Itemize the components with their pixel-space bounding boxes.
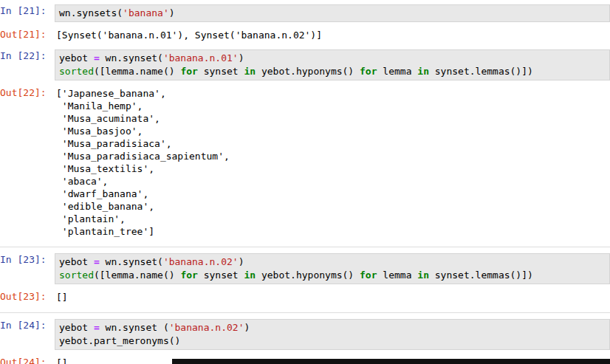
output-prompt: Out[24]: (0, 356, 55, 364)
code-token: = (94, 256, 100, 267)
code-input-editor[interactable]: yebot = wn.synset('banana.n.02')sorted([… (55, 253, 610, 284)
code-token: wn.synset( (100, 256, 163, 267)
code-token: synset (198, 269, 244, 281)
code-line[interactable]: sorted([lemma.name() for synset in yebot… (59, 269, 606, 282)
input-row: In [22]:yebot = wn.synset('banana.n.01')… (0, 49, 610, 80)
code-token: = (94, 322, 100, 333)
code-token: yebot (59, 52, 94, 63)
output-row: Out[21]:[Synset('banana.n.01'), Synset('… (0, 28, 610, 41)
notebook: In [21]:wn.synsets('banana')Out[21]:[Syn… (0, 0, 610, 364)
output-text: [] (55, 290, 610, 303)
horizontal-scrollbar-thumb[interactable] (172, 359, 610, 364)
code-cell-22: In [22]:yebot = wn.synset('banana.n.01')… (0, 48, 610, 244)
code-line[interactable]: wn.synsets('banana') (59, 7, 606, 20)
code-line[interactable]: yebot = wn.synset ('banana.n.02') (59, 321, 606, 334)
code-token: 'banana.n.02' (163, 256, 239, 267)
output-text: [Synset('banana.n.01'), Synset('banana.n… (55, 28, 610, 41)
code-token: in (417, 269, 429, 281)
input-prompt: In [21]: (0, 4, 55, 18)
output-text: ['Japanese_banana', 'Manila_hemp', 'Musa… (55, 86, 610, 238)
input-row: In [24]:yebot = wn.synset ('banana.n.02'… (0, 319, 610, 350)
code-token: wn.synsets( (59, 7, 123, 18)
code-cell-21: In [21]:wn.synsets('banana')Out[21]:[Syn… (0, 3, 610, 48)
code-token: yebot (59, 322, 94, 333)
code-token: lemma (377, 269, 418, 281)
code-token: lemma (377, 66, 418, 77)
code-input-editor[interactable]: yebot = wn.synset ('banana.n.02')yebot.p… (55, 319, 610, 350)
code-token: sorted (59, 66, 94, 77)
output-prompt: Out[23]: (0, 290, 55, 303)
code-cell-23: In [23]:yebot = wn.synset('banana.n.02')… (0, 247, 610, 310)
code-token: synset (198, 66, 244, 77)
code-token: for (360, 66, 377, 77)
code-token: ) (239, 256, 244, 267)
code-token: wn.synset( (100, 52, 163, 63)
code-token: in (244, 66, 256, 77)
code-token: 'banana.n.02' (169, 322, 244, 333)
code-token: in (244, 269, 256, 281)
output-row: Out[22]:['Japanese_banana', 'Manila_hemp… (0, 86, 610, 238)
code-token: wn.synset ( (100, 322, 169, 333)
code-line[interactable]: yebot = wn.synset('banana.n.01') (59, 52, 606, 65)
code-line[interactable]: yebot = wn.synset('banana.n.02') (59, 255, 606, 269)
code-token: ) (244, 322, 250, 333)
code-token: 'banana.n.01' (163, 52, 239, 63)
input-prompt: In [24]: (0, 319, 55, 332)
code-input-editor[interactable]: yebot = wn.synset('banana.n.01')sorted([… (55, 49, 610, 80)
input-prompt: In [22]: (0, 49, 55, 63)
code-token: for (180, 269, 197, 281)
code-token: = (94, 52, 100, 63)
code-token: yebot (59, 256, 94, 267)
code-token: sorted (59, 269, 94, 281)
code-token: ([lemma.name() (94, 66, 180, 77)
input-row: In [21]:wn.synsets('banana') (0, 4, 610, 22)
code-token: yebot.hyponyms() (256, 66, 360, 77)
output-prompt: Out[21]: (0, 28, 55, 41)
code-token: ) (239, 52, 244, 63)
code-line[interactable]: yebot.part_meronyms() (59, 334, 606, 348)
output-prompt: Out[22]: (0, 86, 55, 100)
code-token: synset.lemmas()]) (429, 66, 533, 77)
code-token: yebot.part_meronyms() (59, 335, 180, 346)
code-input-editor[interactable]: wn.synsets('banana') (55, 4, 610, 22)
code-token: for (180, 66, 197, 77)
code-token: for (360, 269, 377, 281)
code-token: ) (169, 7, 175, 18)
code-token: in (417, 66, 429, 77)
code-token: synset.lemmas()]) (429, 269, 533, 281)
input-prompt: In [23]: (0, 253, 55, 267)
code-token: yebot.hyponyms() (256, 269, 360, 281)
input-row: In [23]:yebot = wn.synset('banana.n.02')… (0, 253, 610, 284)
code-cell-24: In [24]:yebot = wn.synset ('banana.n.02'… (0, 312, 610, 364)
output-row: Out[23]:[] (0, 290, 610, 303)
code-line[interactable]: sorted([lemma.name() for synset in yebot… (59, 65, 606, 78)
code-token: 'banana' (123, 7, 169, 18)
code-token: ([lemma.name() (94, 269, 180, 281)
